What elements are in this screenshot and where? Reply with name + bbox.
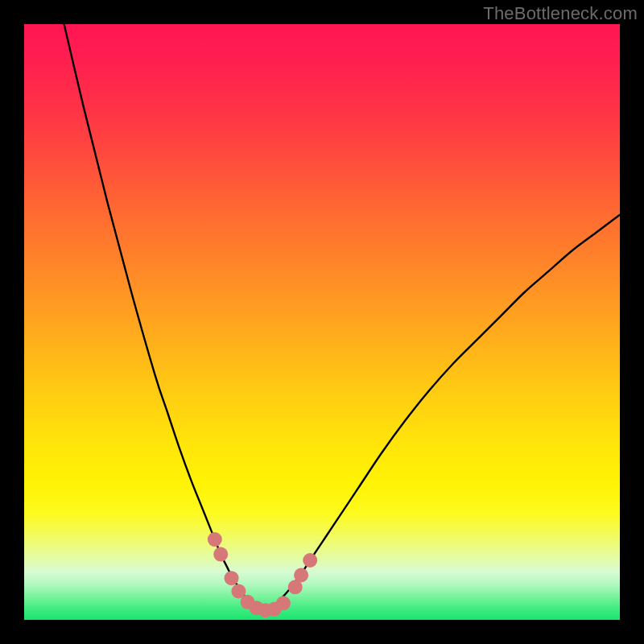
curve-dot	[213, 547, 228, 562]
left-curve	[60, 24, 262, 611]
watermark-text: TheBottleneck.com	[483, 3, 638, 24]
curve-dot	[225, 571, 239, 585]
plot-area	[24, 24, 620, 620]
curve-dot	[208, 532, 222, 547]
curve-dot	[303, 553, 317, 568]
curve-dots	[208, 532, 317, 617]
curve-dot	[294, 568, 308, 583]
curve-layer	[24, 24, 620, 620]
right-curve	[262, 215, 620, 611]
curve-dot	[276, 596, 291, 610]
chart-frame: TheBottleneck.com	[0, 0, 644, 644]
